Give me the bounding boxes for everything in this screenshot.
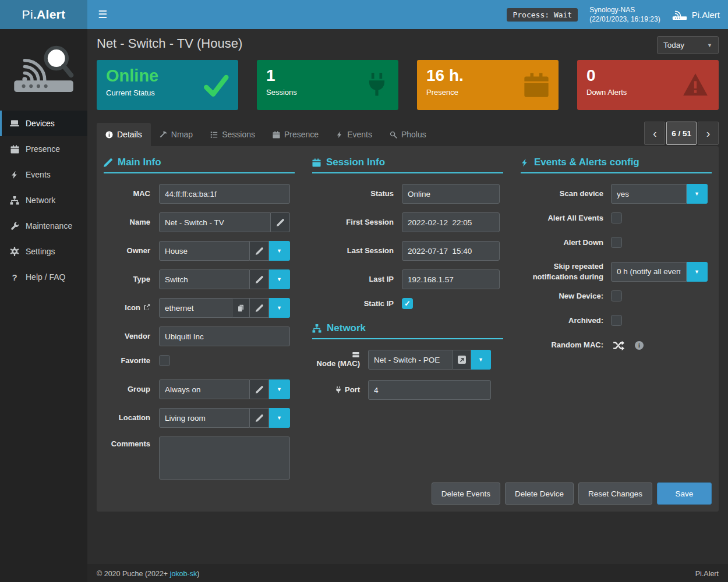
sidebar-item-maintenance[interactable]: Maintenance <box>0 213 87 239</box>
info-icon[interactable]: i <box>635 341 644 350</box>
sitemap-icon <box>9 196 20 205</box>
field-row-scan-device: Scan device ▼ <box>521 184 712 204</box>
owner-dropdown-button[interactable]: ▼ <box>269 241 290 261</box>
field-row-port: Port <box>312 380 503 400</box>
caret-down-icon: ▼ <box>277 305 282 311</box>
status-cards: Online Current Status 1 Sessions 16 h. P… <box>97 60 719 110</box>
delete-device-button[interactable]: Delete Device <box>505 482 574 505</box>
alert-down-checkbox[interactable] <box>611 237 622 248</box>
hammer-icon <box>160 131 167 139</box>
server-icon <box>352 351 360 359</box>
skip-notifications-dropdown-button[interactable]: ▼ <box>687 262 708 282</box>
tab-presence[interactable]: Presence <box>264 123 327 146</box>
node-input[interactable] <box>368 350 453 370</box>
favorite-checkbox[interactable] <box>159 355 170 366</box>
type-label: Type <box>104 274 150 285</box>
vendor-input[interactable] <box>159 327 290 346</box>
last-session-input[interactable] <box>402 241 500 261</box>
tab-label: Sessions <box>222 130 255 139</box>
last-ip-input[interactable] <box>402 269 500 289</box>
skip-notifications-label: Skip repeated notifications during <box>521 261 603 282</box>
scan-device-dropdown-button[interactable]: ▼ <box>687 184 708 204</box>
icon-copy-button[interactable] <box>232 298 250 318</box>
sidebar-item-settings[interactable]: Settings <box>0 239 87 264</box>
name-input[interactable] <box>159 212 271 232</box>
group-dropdown-button[interactable]: ▼ <box>269 379 290 399</box>
pencil-icon <box>256 386 263 393</box>
tab-label: Details <box>117 130 142 139</box>
archived-label: Archived: <box>521 315 603 326</box>
session-info-heading: Session Info <box>312 157 503 173</box>
page-title: Net - Switch - TV (House) <box>97 36 242 51</box>
sidebar-item-label: Network <box>26 196 55 205</box>
field-row-mac: MAC <box>104 184 295 204</box>
bolt-icon <box>336 131 343 139</box>
sidebar-item-network[interactable]: Network <box>0 187 87 213</box>
owner-edit-button[interactable] <box>250 241 269 261</box>
icon-dropdown-button[interactable]: ▼ <box>269 298 290 318</box>
skip-notifications-select[interactable] <box>611 262 687 282</box>
first-session-input[interactable] <box>402 212 500 232</box>
comments-textarea[interactable] <box>159 436 290 480</box>
tab-pholus[interactable]: Pholus <box>381 123 435 146</box>
type-dropdown-button[interactable]: ▼ <box>269 269 290 289</box>
field-row-new-device: New Device: <box>521 290 712 301</box>
reset-changes-button[interactable]: Reset Changes <box>578 482 652 505</box>
tab-sessions[interactable]: Sessions <box>202 123 264 146</box>
alert-all-events-checkbox[interactable] <box>611 212 622 223</box>
scan-device-select[interactable] <box>611 184 687 204</box>
sidebar: Devices Presence Events Network Maintena… <box>0 29 87 582</box>
sidebar-item-label: Settings <box>26 247 55 256</box>
field-row-static-ip: Static IP <box>312 298 503 309</box>
heading-label: Events & Alerts config <box>534 157 639 168</box>
caret-down-icon: ▼ <box>277 415 282 421</box>
icon-input[interactable] <box>159 298 232 318</box>
topbar-user[interactable]: Pi.Alert <box>672 9 720 20</box>
period-select[interactable]: Today ▼ <box>657 36 719 54</box>
tab-details[interactable]: Details <box>97 123 151 146</box>
chevron-right-icon: › <box>706 127 711 140</box>
archived-checkbox[interactable] <box>611 315 622 326</box>
type-edit-button[interactable] <box>250 269 269 289</box>
sidebar-item-presence[interactable]: Presence <box>0 136 87 162</box>
sidebar-item-devices[interactable]: Devices <box>0 111 87 136</box>
footer-author-link[interactable]: jokob-sk <box>170 570 197 578</box>
type-input[interactable] <box>159 269 250 289</box>
next-device-button[interactable]: › <box>698 122 719 145</box>
process-status-badge: Process: Wait <box>507 8 578 22</box>
footer-copyright: © 2020 Puche (2022+ jokob-sk) <box>97 570 199 578</box>
external-link-icon[interactable] <box>143 304 150 311</box>
caret-down-icon: ▼ <box>694 269 699 275</box>
group-edit-button[interactable] <box>250 379 269 399</box>
new-device-checkbox[interactable] <box>611 290 622 301</box>
status-input[interactable] <box>402 184 500 204</box>
card-presence: 16 h. Presence <box>417 60 559 110</box>
card-sessions: 1 Sessions <box>257 60 398 110</box>
location-edit-button[interactable] <box>250 408 269 428</box>
save-button[interactable]: Save <box>657 482 712 505</box>
icon-edit-button[interactable] <box>250 298 269 318</box>
node-dropdown-button[interactable]: ▼ <box>471 350 491 370</box>
sidebar-item-events[interactable]: Events <box>0 162 87 187</box>
topbar: Pi.Alert ☰ Process: Wait Synology-NAS (2… <box>0 0 728 29</box>
pencil-icon <box>256 276 263 283</box>
tab-nmap[interactable]: Nmap <box>151 123 202 146</box>
field-row-name: Name <box>104 212 295 232</box>
prev-device-button[interactable]: ‹ <box>644 122 665 145</box>
sidebar-toggle-button[interactable]: ☰ <box>87 0 118 29</box>
port-input[interactable] <box>368 380 491 400</box>
location-dropdown-button[interactable]: ▼ <box>269 408 290 428</box>
delete-events-button[interactable]: Delete Events <box>432 482 500 505</box>
owner-input[interactable] <box>159 241 250 261</box>
field-row-owner: Owner ▼ <box>104 241 295 261</box>
mac-input[interactable] <box>159 184 290 204</box>
static-ip-checkbox[interactable] <box>402 298 413 309</box>
node-open-button[interactable] <box>453 350 471 370</box>
name-edit-button[interactable] <box>271 212 290 232</box>
brand-logo[interactable]: Pi.Alert <box>0 0 87 29</box>
brand-suffix: .Alert <box>33 8 65 22</box>
tab-events[interactable]: Events <box>327 123 381 146</box>
group-input[interactable] <box>159 379 250 399</box>
sidebar-item-help[interactable]: ? Help / FAQ <box>0 264 87 290</box>
location-input[interactable] <box>159 408 250 428</box>
